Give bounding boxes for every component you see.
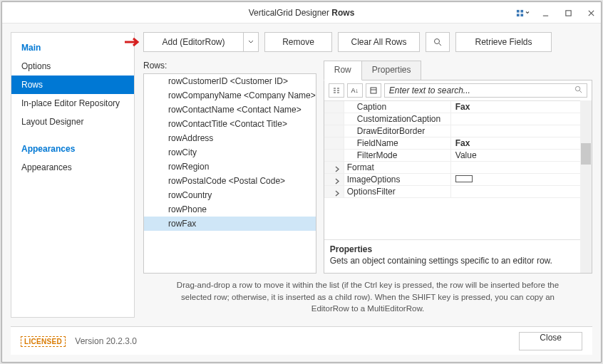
retrieve-fields-button[interactable]: Retrieve Fields — [455, 32, 552, 52]
search-placeholder: Enter text to search... — [389, 85, 572, 95]
image-swatch — [455, 175, 473, 182]
svg-point-5 — [435, 39, 440, 44]
svg-point-7 — [575, 86, 579, 90]
scrollbar-thumb[interactable] — [581, 143, 591, 165]
list-item[interactable]: rowCountry — [144, 188, 316, 202]
property-panel: Row Properties A↓ Enter text to search..… — [324, 61, 592, 274]
property-name: Format — [344, 162, 451, 173]
maximize-button[interactable] — [560, 5, 577, 21]
titlebar: VerticalGrid Designer Rows — [2, 2, 601, 24]
svg-rect-1 — [520, 9, 523, 12]
close-button[interactable]: Close — [519, 332, 582, 350]
remove-button[interactable]: Remove — [264, 32, 332, 52]
svg-rect-4 — [565, 10, 570, 15]
sidebar-head-main: Main — [11, 37, 134, 57]
property-value[interactable]: Fax — [451, 138, 592, 148]
property-search-input[interactable]: Enter text to search... — [384, 83, 587, 98]
list-item[interactable]: rowPhone — [144, 202, 316, 217]
sidebar-item[interactable]: Rows — [11, 76, 134, 94]
list-item[interactable]: rowContactName <Contact Name> — [144, 103, 316, 117]
sidebar-head-appearances: Appearances — [11, 138, 134, 158]
main-split: Main OptionsRowsIn-place Editor Reposito… — [2, 24, 601, 326]
rows-panel: Rows: rowCustomerID <Customer ID>rowComp… — [143, 61, 316, 274]
property-row[interactable]: Format — [324, 162, 592, 174]
window-title: VerticalGrid Designer Rows — [249, 8, 355, 18]
property-row[interactable]: CustomizationCaption — [324, 113, 592, 125]
expand-icon[interactable] — [334, 177, 341, 183]
property-value[interactable]: Value — [451, 150, 592, 160]
property-grid[interactable]: CaptionFaxCustomizationCaptionDrawEditor… — [324, 101, 592, 239]
list-item[interactable]: rowCity — [144, 145, 316, 160]
content-area: Main OptionsRowsIn-place Editor Reposito… — [2, 24, 601, 362]
categorized-icon[interactable] — [329, 83, 344, 98]
version-label: Version 20.2.3.0 — [75, 336, 137, 346]
designer-window: VerticalGrid Designer Rows Main OptionsR… — [1, 1, 602, 363]
property-row[interactable]: OptionsFilter — [324, 186, 592, 198]
two-column: Rows: rowCustomerID <Customer ID>rowComp… — [143, 61, 592, 274]
svg-rect-6 — [371, 88, 376, 93]
add-button-dropdown[interactable] — [243, 32, 259, 52]
rows-list[interactable]: rowCustomerID <Customer ID>rowCompanyNam… — [143, 73, 316, 274]
property-row[interactable]: FilterModeValue — [324, 150, 592, 162]
property-name: ImageOptions — [344, 174, 451, 185]
property-row[interactable]: FieldNameFax — [324, 137, 592, 150]
property-value[interactable]: Fax — [451, 102, 592, 112]
property-desc-text: Gets an object containing settings speci… — [330, 256, 586, 266]
scrollbar-track[interactable] — [580, 100, 592, 273]
property-name: FilterMode — [344, 150, 451, 161]
svg-rect-3 — [520, 14, 523, 16]
title-prefix: VerticalGrid Designer — [249, 8, 329, 18]
svg-rect-2 — [516, 14, 519, 16]
list-item[interactable]: rowCustomerID <Customer ID> — [144, 74, 316, 88]
tab-properties[interactable]: Properties — [361, 61, 422, 80]
property-row[interactable]: ImageOptions — [324, 174, 592, 186]
close-window-button[interactable] — [582, 5, 599, 21]
window-controls — [514, 2, 599, 24]
footer: LICENSED Version 20.2.3.0 Close — [11, 326, 592, 355]
search-button[interactable] — [426, 32, 450, 52]
grid-options-icon[interactable] — [514, 5, 531, 21]
toolbar: Add (EditorRow) Remove Clear All Rows Re… — [143, 32, 592, 52]
expand-icon[interactable] — [334, 165, 341, 171]
sidebar-item[interactable]: In-place Editor Repository — [11, 94, 134, 113]
list-item[interactable]: rowAddress — [144, 131, 316, 145]
property-name: DrawEditorBorder — [344, 125, 451, 137]
alphabetical-icon[interactable]: A↓ — [347, 83, 363, 98]
title-context: Rows — [331, 8, 354, 18]
list-item[interactable]: rowRegion — [144, 160, 316, 174]
property-row[interactable]: DrawEditorBorder — [324, 125, 592, 137]
property-tabs: Row Properties — [324, 61, 592, 80]
rows-label: Rows: — [143, 61, 316, 71]
main-panel: Add (EditorRow) Remove Clear All Rows Re… — [143, 32, 592, 318]
list-item[interactable]: rowContactTitle <Contact Title> — [144, 117, 316, 131]
property-name: OptionsFilter — [344, 186, 451, 197]
hint-text: Drag-and-drop a row to move it within th… — [143, 274, 592, 318]
clear-all-rows-button[interactable]: Clear All Rows — [338, 32, 420, 52]
property-pages-icon[interactable] — [366, 83, 381, 98]
property-name: CustomizationCaption — [344, 113, 451, 125]
annotation-arrow-icon — [125, 37, 143, 47]
list-item[interactable]: rowFax — [144, 217, 316, 231]
list-item[interactable]: rowCompanyName <Company Name> — [144, 88, 316, 103]
minimize-button[interactable] — [537, 5, 554, 21]
tab-row[interactable]: Row — [324, 61, 362, 80]
sidebar: Main OptionsRowsIn-place Editor Reposito… — [11, 32, 135, 318]
property-row[interactable]: CaptionFax — [324, 101, 592, 113]
property-description: Properties Gets an object containing set… — [324, 239, 592, 273]
licensed-badge: LICENSED — [21, 336, 66, 347]
expand-icon[interactable] — [334, 189, 341, 195]
footer-left: LICENSED Version 20.2.3.0 — [21, 336, 137, 346]
add-button[interactable]: Add (EditorRow) — [143, 32, 259, 52]
property-name: FieldName — [344, 137, 451, 149]
sidebar-item[interactable]: Appearances — [11, 158, 134, 177]
property-toolbar: A↓ Enter text to search... — [324, 80, 592, 101]
list-item[interactable]: rowPostalCode <Postal Code> — [144, 174, 316, 188]
search-icon — [574, 85, 582, 95]
sidebar-item[interactable]: Options — [11, 57, 134, 76]
add-button-label[interactable]: Add (EditorRow) — [143, 32, 243, 52]
property-body: A↓ Enter text to search... CaptionFaxCus… — [324, 80, 592, 274]
property-desc-title: Properties — [330, 244, 586, 254]
sidebar-item[interactable]: Layout Designer — [11, 113, 134, 131]
property-value[interactable] — [451, 175, 592, 184]
property-name: Caption — [344, 101, 451, 113]
